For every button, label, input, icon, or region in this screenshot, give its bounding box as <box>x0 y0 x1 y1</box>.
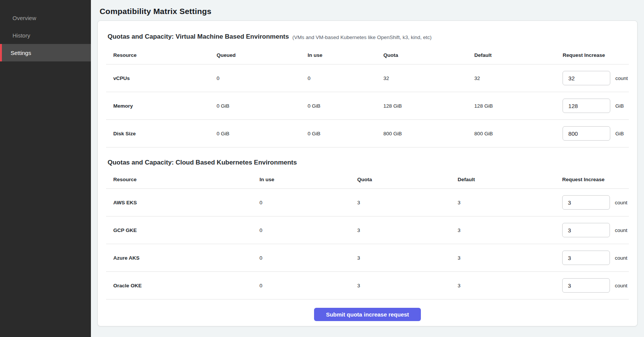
col-quota: Quota <box>383 52 474 58</box>
cell-in-use: 0 <box>259 227 356 233</box>
table-row-memory: Memory 0 GiB 0 GiB 128 GiB 128 GiB GiB <box>106 92 629 120</box>
table-row-oracle-oke: Oracle OKE 0 3 3 count <box>106 272 629 299</box>
page-title: Compatibility Matrix Settings <box>100 7 638 16</box>
table-row-gcp-gke: GCP GKE 0 3 3 count <box>106 216 629 244</box>
cloud-table-header: Resource In use Quota Default Request In… <box>106 170 629 189</box>
table-row-azure-aks: Azure AKS 0 3 3 count <box>106 244 629 272</box>
sidebar-item-overview[interactable]: Overview <box>0 9 91 27</box>
col-default: Default <box>457 177 561 182</box>
cell-default: 3 <box>457 227 561 233</box>
unit-label: count <box>615 200 627 205</box>
unit-label: count <box>615 283 627 288</box>
section-title: Quotas and Capacity: Virtual Machine Bas… <box>108 33 289 41</box>
table-row-aws-eks: AWS EKS 0 3 3 count <box>106 189 629 216</box>
cell-resource: GCP GKE <box>106 227 259 233</box>
unit-label: GiB <box>615 103 624 109</box>
cell-default: 3 <box>457 255 561 261</box>
unit-label: GiB <box>615 131 624 136</box>
cell-resource: vCPUs <box>106 75 216 81</box>
cell-queued: 0 GiB <box>216 131 307 136</box>
cell-in-use: 0 GiB <box>307 103 383 109</box>
sidebar-item-history[interactable]: History <box>0 27 91 44</box>
cell-quota: 800 GiB <box>383 131 474 136</box>
col-queued: Queued <box>216 52 307 58</box>
disk-size-request-input[interactable] <box>563 126 610 141</box>
cell-quota: 32 <box>383 75 474 81</box>
col-in-use: In use <box>259 177 356 182</box>
cell-in-use: 0 <box>307 75 383 81</box>
sidebar-item-settings[interactable]: Settings <box>0 44 91 61</box>
vcpus-request-input[interactable] <box>563 71 610 85</box>
aws-eks-request-input[interactable] <box>562 195 610 210</box>
cell-in-use: 0 <box>259 283 356 288</box>
cell-quota: 3 <box>356 283 457 288</box>
cell-resource: AWS EKS <box>106 200 259 205</box>
section-subtitle: (VMs and VM-based Kubernetes like OpenSh… <box>292 34 432 41</box>
cell-resource: Oracle OKE <box>106 283 259 288</box>
section-cloud-k8s-environments: Quotas and Capacity: Cloud Based Kuberne… <box>106 147 629 170</box>
cell-default: 3 <box>457 200 561 205</box>
sidebar: Overview History Settings <box>0 0 91 337</box>
cell-default: 32 <box>474 75 562 81</box>
cell-queued: 0 GiB <box>216 103 307 109</box>
cell-quota: 128 GiB <box>383 103 474 109</box>
cell-quota: 3 <box>356 200 457 205</box>
unit-label: count <box>615 255 627 261</box>
cell-in-use: 0 GiB <box>307 131 383 136</box>
gcp-gke-request-input[interactable] <box>562 223 610 237</box>
cell-resource: Disk Size <box>106 131 216 136</box>
table-row-disk-size: Disk Size 0 GiB 0 GiB 800 GiB 800 GiB Gi… <box>106 120 629 147</box>
cell-quota: 3 <box>356 227 457 233</box>
submit-quota-increase-button[interactable]: Submit quota increase request <box>314 308 421 321</box>
col-resource: Resource <box>106 52 216 58</box>
col-request-increase: Request Increase <box>561 177 629 182</box>
cell-in-use: 0 <box>259 255 356 261</box>
azure-aks-request-input[interactable] <box>562 251 610 265</box>
cell-resource: Azure AKS <box>106 255 259 261</box>
cell-default: 3 <box>457 283 561 288</box>
cell-resource: Memory <box>106 103 216 109</box>
col-request-increase: Request Increase <box>562 52 629 58</box>
vm-table-header: Resource Queued In use Quota Default Req… <box>106 46 629 64</box>
memory-request-input[interactable] <box>563 99 610 113</box>
oracle-oke-request-input[interactable] <box>562 278 610 293</box>
card-footer: Submit quota increase request <box>106 299 629 329</box>
cell-queued: 0 <box>216 75 307 81</box>
col-resource: Resource <box>106 177 259 182</box>
col-default: Default <box>474 52 562 58</box>
unit-label: count <box>615 75 628 81</box>
app-window: Overview History Settings Compatibility … <box>0 0 644 337</box>
col-quota: Quota <box>356 177 457 182</box>
cell-default: 128 GiB <box>474 103 562 109</box>
table-row-vcpus: vCPUs 0 0 32 32 count <box>106 64 629 92</box>
unit-label: count <box>615 227 627 233</box>
col-in-use: In use <box>307 52 383 58</box>
main-content: Compatibility Matrix Settings Quotas and… <box>91 0 644 337</box>
cell-default: 800 GiB <box>474 131 562 136</box>
cell-in-use: 0 <box>259 200 356 205</box>
quota-settings-card: Quotas and Capacity: Virtual Machine Bas… <box>97 20 638 326</box>
section-vm-environments: Quotas and Capacity: Virtual Machine Bas… <box>106 21 629 46</box>
section-title: Quotas and Capacity: Cloud Based Kuberne… <box>108 159 297 166</box>
cell-quota: 3 <box>356 255 457 261</box>
